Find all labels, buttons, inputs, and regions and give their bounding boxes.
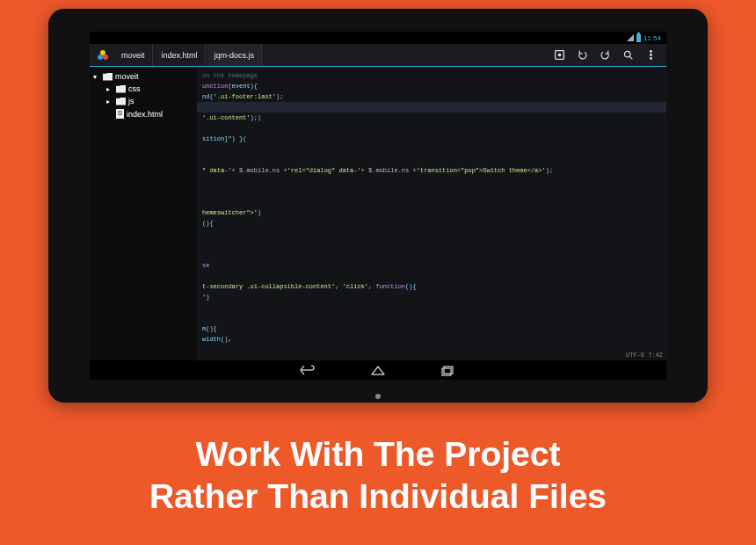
- code-line: [202, 102, 661, 113]
- code-line: t-secondary .ui-collapsible-content', 'c…: [202, 281, 661, 292]
- code-line: [202, 313, 661, 323]
- code-line: [202, 123, 661, 134]
- code-line: [202, 155, 661, 165]
- code-editor[interactable]: on the homepageunction(event){nd('.ui-fo…: [197, 67, 666, 360]
- svg-point-2: [100, 50, 105, 55]
- code-line: m(){: [202, 323, 661, 334]
- code-line: hemeswitcher">'): [202, 207, 661, 218]
- save-button[interactable]: [549, 45, 570, 66]
- tab-index-html[interactable]: index.html: [155, 44, 206, 66]
- code-line: on the homepage: [202, 70, 661, 81]
- redo-button[interactable]: [594, 45, 615, 66]
- tree-label: css: [128, 84, 141, 93]
- overflow-menu-button[interactable]: [640, 45, 661, 66]
- tablet-camera-dot: [375, 394, 381, 399]
- code-line: [202, 239, 661, 250]
- code-line: [202, 144, 661, 155]
- code-line: [202, 197, 661, 207]
- recent-apps-button[interactable]: [440, 364, 457, 376]
- android-status-bar: 11:54: [90, 32, 666, 44]
- code-line: " data-'+ $.mobile.ns +'rel="dialog" dat…: [202, 165, 661, 176]
- action-bar: moveit index.html jqm-docs.js: [90, 44, 666, 67]
- home-button[interactable]: [369, 364, 387, 376]
- code-line: [202, 176, 661, 186]
- app-icon[interactable]: [95, 47, 111, 63]
- tab-label: index.html: [162, 51, 198, 60]
- svg-point-1: [103, 54, 108, 60]
- back-button[interactable]: [299, 364, 316, 376]
- caption-line-1: Work With The Project: [0, 433, 756, 476]
- chevron-right-icon: ▸: [106, 85, 113, 93]
- tab-moveit[interactable]: moveit: [114, 44, 153, 66]
- svg-point-4: [558, 54, 560, 55]
- file-icon: [116, 109, 124, 119]
- folder-icon: [116, 98, 126, 105]
- svg-point-9: [650, 58, 651, 60]
- code-line: '): [202, 292, 661, 302]
- code-line: se: [202, 260, 661, 271]
- tree-item-js[interactable]: ▸ js: [90, 95, 197, 107]
- code-line: [202, 271, 661, 281]
- code-line: unction(event){: [202, 81, 661, 91]
- tree-label: moveit: [115, 72, 139, 81]
- tree-item-index-html[interactable]: index.html: [90, 107, 197, 120]
- tree-item-css[interactable]: ▸ css: [90, 83, 197, 95]
- code-line: [202, 250, 661, 260]
- battery-icon: [636, 34, 641, 42]
- tree-label: index.html: [127, 110, 163, 119]
- status-time: 11:54: [643, 34, 661, 42]
- caption-line-2: Rather Than Individual Files: [0, 476, 756, 519]
- tree-root-moveit[interactable]: ▾ moveit: [90, 70, 197, 83]
- code-line: sition]") }(: [202, 134, 661, 144]
- code-line: (){: [202, 218, 661, 229]
- marketing-caption: Work With The Project Rather Than Indivi…: [0, 433, 756, 520]
- svg-point-8: [650, 54, 651, 56]
- code-line: [202, 186, 661, 197]
- svg-point-0: [98, 54, 103, 60]
- chevron-right-icon: ▸: [106, 98, 113, 105]
- tab-label: jqm-docs.js: [214, 51, 255, 60]
- undo-button[interactable]: [571, 45, 592, 66]
- svg-point-5: [624, 51, 630, 57]
- tablet-frame: 11:54 moveit index.html jqm-docs.js: [48, 9, 708, 403]
- code-line: '.ui-content');|: [202, 113, 661, 123]
- screen: 11:54 moveit index.html jqm-docs.js: [90, 32, 666, 380]
- code-line: nd('.ui-footer:last');: [202, 91, 661, 102]
- chevron-down-icon: ▾: [93, 73, 100, 81]
- editor-statusline: UTF-8 7:42: [626, 350, 663, 360]
- folder-icon: [116, 85, 126, 93]
- tab-jqm-docs-js[interactable]: jqm-docs.js: [207, 44, 263, 66]
- folder-icon: [103, 73, 113, 81]
- svg-line-6: [629, 56, 632, 59]
- code-line: width(),: [202, 334, 661, 345]
- tab-label: moveit: [121, 51, 145, 60]
- file-tree: ▾ moveit ▸ css ▸ js: [90, 67, 197, 360]
- content-area: ▾ moveit ▸ css ▸ js: [90, 67, 666, 360]
- wifi-icon: [627, 34, 634, 41]
- tree-label: js: [128, 97, 134, 105]
- android-nav-bar: [90, 360, 666, 380]
- code-line: [202, 302, 661, 313]
- code-line: [202, 229, 661, 239]
- search-button[interactable]: [617, 45, 638, 66]
- svg-point-7: [650, 51, 651, 53]
